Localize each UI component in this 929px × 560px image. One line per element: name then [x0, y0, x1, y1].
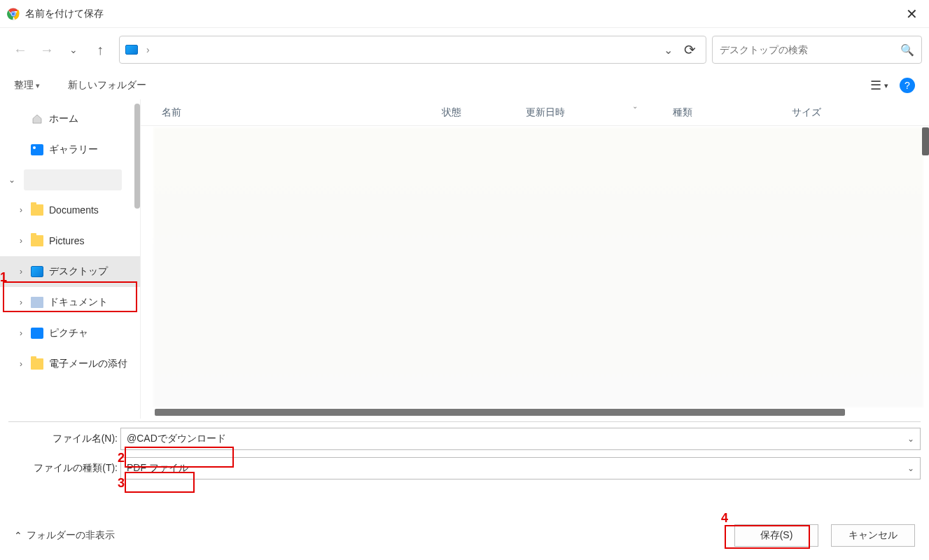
refresh-button[interactable]: ⟳	[680, 41, 700, 58]
sidebar-item-picjp[interactable]: › ピクチャ	[0, 318, 140, 349]
folder-icon	[31, 235, 43, 246]
sidebar-item-home[interactable]: ホーム	[0, 104, 140, 134]
svg-point-3	[12, 12, 15, 15]
footer: ⌃ フォルダーの非表示 保存(S) キャンセル	[0, 511, 929, 560]
up-button[interactable]: ↑	[87, 36, 113, 63]
forward-button[interactable]: →	[34, 36, 60, 63]
toolbar: 整理 新しいフォルダー ☰ ▾ ?	[0, 71, 929, 99]
chevron-right-icon: ›	[20, 298, 29, 307]
column-header-kind[interactable]: 種類	[673, 106, 792, 119]
sidebar-item-documents[interactable]: › Documents	[0, 195, 140, 225]
search-input[interactable]	[720, 44, 900, 55]
body: ホーム ギャラリー ⌄ › Documents › Pictures › デスク…	[0, 99, 929, 419]
cancel-button[interactable]: キャンセル	[831, 524, 915, 547]
address-bar[interactable]: › ⌄ ⟳	[119, 36, 706, 64]
sidebar-item-mail[interactable]: › 電子メールの添付	[0, 349, 140, 379]
redacted-label	[24, 169, 122, 190]
home-icon	[31, 113, 43, 125]
filetype-select[interactable]: PDF ファイル ⌄	[120, 457, 921, 479]
column-header-row: 名前 状態 更新日時⌄ 種類 サイズ	[141, 99, 929, 126]
folder-icon	[31, 204, 43, 216]
breadcrumb-sep: ›	[146, 44, 150, 55]
column-header-state[interactable]: 状態	[442, 106, 526, 119]
nav-row: ← → ⌄ ↑ › ⌄ ⟳ 🔍	[0, 28, 929, 71]
document-icon	[31, 297, 43, 308]
filename-row: ファイル名(N): @CADでダウンロード ⌄	[0, 422, 929, 456]
chevron-right-icon: ›	[20, 205, 29, 215]
view-mode-button[interactable]: ☰ ▾	[870, 78, 888, 93]
sidebar-item-label: ドキュメント	[49, 296, 108, 309]
column-header-size[interactable]: サイズ	[792, 106, 929, 119]
close-button[interactable]: ✕	[902, 6, 922, 22]
address-history-dropdown[interactable]: ⌄	[657, 43, 680, 57]
chevron-down-icon[interactable]: ⌄	[907, 463, 914, 473]
file-pane: 名前 状態 更新日時⌄ 種類 サイズ	[140, 99, 929, 419]
back-button[interactable]: ←	[7, 36, 34, 63]
sidebar: ホーム ギャラリー ⌄ › Documents › Pictures › デスク…	[0, 99, 140, 419]
horizontal-scrollbar[interactable]	[155, 409, 845, 416]
sidebar-item-pictures[interactable]: › Pictures	[0, 225, 140, 256]
sidebar-item-label: 電子メールの添付	[49, 358, 127, 370]
sidebar-item-docjp[interactable]: › ドキュメント	[0, 287, 140, 318]
sidebar-item-gallery[interactable]: ギャラリー	[0, 134, 140, 165]
sidebar-item-label: Documents	[49, 204, 99, 216]
search-bar: 🔍	[712, 36, 922, 64]
recent-dropdown[interactable]: ⌄	[60, 36, 87, 63]
hide-folders-label: フォルダーの非表示	[27, 529, 115, 542]
chrome-icon	[7, 8, 20, 20]
sidebar-item-label: ピクチャ	[49, 327, 88, 340]
save-button[interactable]: 保存(S)	[734, 524, 818, 547]
column-header-name[interactable]: 名前	[162, 106, 442, 119]
sidebar-scrollbar[interactable]	[134, 104, 140, 209]
chevron-right-icon: ›	[20, 267, 29, 276]
filetype-value: PDF ファイル	[127, 462, 188, 475]
chevron-up-icon: ⌃	[14, 530, 22, 541]
folder-icon	[31, 358, 43, 370]
sidebar-item-desktop[interactable]: › デスクトップ	[0, 256, 140, 287]
chevron-right-icon: ›	[20, 359, 29, 369]
sidebar-item-collapsed[interactable]: ⌄	[0, 165, 140, 195]
desktop-icon	[31, 266, 43, 277]
help-button[interactable]: ?	[900, 78, 915, 93]
filetype-label: ファイルの種類(T):	[8, 462, 120, 475]
new-folder-button[interactable]: 新しいフォルダー	[68, 79, 146, 92]
window-title: 名前を付けて保存	[25, 8, 104, 20]
column-header-date[interactable]: 更新日時⌄	[526, 106, 673, 119]
title-bar: 名前を付けて保存 ✕	[0, 0, 929, 28]
filename-label: ファイル名(N):	[8, 433, 120, 445]
vertical-scrollbar[interactable]	[922, 127, 929, 155]
filename-input[interactable]: @CADでダウンロード ⌄	[120, 428, 921, 450]
sidebar-item-label: ホーム	[49, 113, 78, 125]
search-icon[interactable]: 🔍	[900, 43, 914, 57]
chevron-down-icon: ⌄	[8, 175, 18, 185]
filename-value: @CADでダウンロード	[127, 433, 226, 445]
chevron-right-icon: ›	[20, 236, 29, 246]
sidebar-item-label: ギャラリー	[49, 144, 98, 156]
organize-menu[interactable]: 整理	[14, 79, 40, 92]
sort-indicator-icon: ⌄	[632, 102, 638, 110]
gallery-icon	[31, 144, 43, 155]
chevron-right-icon: ›	[20, 328, 29, 338]
filetype-row: ファイルの種類(T): PDF ファイル ⌄	[0, 456, 929, 485]
hide-folders-button[interactable]: ⌃ フォルダーの非表示	[14, 529, 115, 542]
file-list-area[interactable]	[153, 127, 923, 407]
desktop-icon	[125, 45, 138, 55]
picture-icon	[31, 328, 43, 339]
sidebar-item-label: Pictures	[49, 235, 85, 246]
chevron-down-icon[interactable]: ⌄	[907, 434, 914, 444]
sidebar-item-label: デスクトップ	[49, 265, 108, 278]
